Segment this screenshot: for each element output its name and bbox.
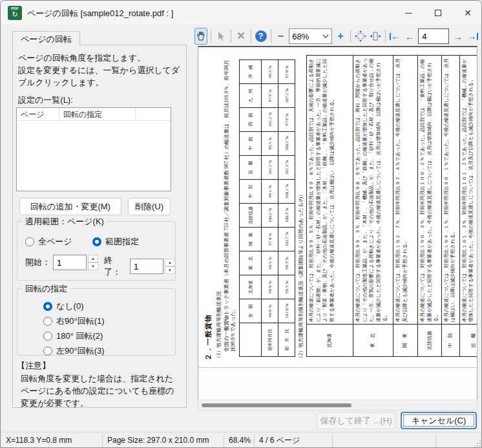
zoom-level-value: 68% bbox=[292, 32, 309, 41]
radio-rotation-right90-circle[interactable] bbox=[43, 317, 52, 326]
column-header-rotation[interactable]: 回転の指定 bbox=[59, 108, 136, 120]
doc-region-summary-table: 全 国北海道東 北関 東北陸信越中 部近 畿中 国四 国九 州沖 縄前年同月比9… bbox=[239, 59, 295, 357]
next-page-button[interactable]: → bbox=[451, 28, 464, 45]
doc-table-cell: 101.2 % bbox=[262, 108, 278, 132]
cancel-selection-button[interactable]: ✕ bbox=[235, 28, 247, 45]
doc-region-label: 北海道 bbox=[307, 325, 353, 357]
hand-tool-button[interactable] bbox=[194, 28, 207, 45]
doc-region-text: 本月の輸送については、対前月比１０４．１％、対前年同月比９６．１％であった。今後… bbox=[441, 56, 459, 325]
range-group: 適用範囲：ページ(K) 全ページ 範囲指定 開始： ▲ ▼ 終了： bbox=[17, 221, 176, 281]
doc-table-cell: 中 部 bbox=[240, 180, 262, 204]
preview-toolbar: ✕ ? − 68% + ← ← → bbox=[194, 27, 479, 45]
start-page-stepper[interactable]: ▲ ▼ bbox=[88, 255, 98, 270]
window-title: ページの回転 [sample012_rotate.pdf : ] bbox=[27, 8, 173, 19]
doc-paragraph: 全国の一般貨物トラック事業者（本月の回答事業者 753 社／調査対象事業者数 9… bbox=[224, 58, 236, 352]
radio-rotation-none[interactable]: なし(0) bbox=[43, 301, 84, 312]
zoom-in-button[interactable]: + bbox=[334, 28, 347, 45]
column-header-page[interactable]: ページ bbox=[17, 108, 59, 120]
stepper-up-icon[interactable]: ▲ bbox=[165, 259, 175, 266]
delete-button[interactable]: 削除(U) bbox=[128, 198, 171, 215]
stepper-down-icon[interactable]: ▼ bbox=[165, 266, 175, 274]
doc-table-cell: 北陸信越 bbox=[240, 204, 262, 228]
start-page-field: 開始： ▲ ▼ bbox=[25, 255, 98, 270]
doc-table-row: 北陸信越本月の輸送については、対前月比１００．３％、対前年同月比１００．２％であ… bbox=[418, 56, 442, 357]
horizontal-scrollbar[interactable] bbox=[198, 400, 477, 411]
doc-table-cell: 107.2 % bbox=[278, 84, 295, 108]
doc-table-cell: 前 月 比 bbox=[278, 323, 295, 357]
close-icon: ✕ bbox=[464, 8, 472, 17]
doc-table-cell: 98.8 % bbox=[262, 299, 278, 323]
doc-table-cell: 104.1 % bbox=[278, 180, 295, 204]
doc-table-cell: 四 国 bbox=[240, 108, 262, 132]
doc-subheading-1: （1）地方運輸局等別輸送状況 bbox=[215, 55, 222, 361]
doc-region-text: 本月の輸送については、対前月比１００．３％、対前年同月比１００．２％であった。品… bbox=[418, 56, 442, 325]
cancel-button[interactable]: キャンセル(C) bbox=[401, 412, 477, 429]
doc-region-detail-table: 北海道本月の輸送については、対前月比９９．５％、対前年同月比９９．８％であった。… bbox=[306, 55, 477, 357]
radio-rotation-none-circle[interactable] bbox=[43, 302, 52, 311]
radio-page-range-circle[interactable] bbox=[92, 237, 101, 246]
select-tool-button[interactable] bbox=[215, 28, 227, 45]
start-page-input[interactable] bbox=[53, 255, 87, 270]
doc-table-row: 北海道本月の輸送については、対前月比９９．５％、対前年同月比９９．８％であった。… bbox=[307, 56, 353, 357]
help-button[interactable]: ? bbox=[255, 28, 267, 45]
toolbar-separator bbox=[350, 30, 351, 43]
fit-page-button[interactable] bbox=[354, 28, 367, 45]
app-icon: PDF ↻ bbox=[8, 6, 22, 20]
radio-all-pages[interactable]: 全ページ bbox=[25, 236, 72, 248]
range-group-legend: 適用範囲：ページ(K) bbox=[23, 216, 107, 228]
end-page-input[interactable] bbox=[130, 259, 163, 274]
add-change-rotation-button[interactable]: 回転の追加・変更(M) bbox=[19, 198, 121, 215]
zoom-out-button[interactable]: − bbox=[274, 28, 287, 45]
minimize-button[interactable] bbox=[393, 1, 423, 25]
doc-table-cell bbox=[240, 323, 262, 357]
resize-grip[interactable] bbox=[474, 440, 481, 447]
doc-table-cell: 102.7 % bbox=[278, 228, 295, 251]
doc-region-label: 近 畿 bbox=[459, 325, 477, 357]
doc-table-cell: 97.9 % bbox=[278, 108, 295, 132]
doc-table-cell: 97.0 % bbox=[278, 60, 295, 84]
doc-table-cell: 前年同月比 bbox=[262, 323, 278, 357]
radio-all-pages-circle[interactable] bbox=[25, 237, 34, 246]
radio-page-range[interactable]: 範囲指定 bbox=[92, 236, 139, 248]
doc-table-cell: 96.5 % bbox=[262, 60, 278, 84]
radio-rotation-180-circle[interactable] bbox=[43, 332, 52, 341]
toolbar-separator bbox=[251, 30, 251, 43]
x-icon: ✕ bbox=[236, 31, 245, 41]
status-page-indicator: 4 / 6 ページ bbox=[254, 432, 332, 448]
first-page-icon: ← bbox=[390, 30, 401, 42]
maximize-button[interactable] bbox=[423, 1, 453, 25]
pdf-page-content-rotated: ２．一般貨物 （1）地方運輸局等別輸送状況 全国の一般貨物トラック事業者（本月の… bbox=[198, 50, 477, 367]
page-number-input[interactable] bbox=[418, 28, 449, 44]
save-and-exit-button[interactable]: 保存して終了 ...(H) bbox=[317, 412, 395, 429]
doc-table-cell: 97.4 % bbox=[262, 228, 278, 251]
pdf-preview-viewport[interactable]: ２．一般貨物 （1）地方運輸局等別輸送状況 全国の一般貨物トラック事業者（本月の… bbox=[198, 46, 477, 400]
doc-region-label: 中 部 bbox=[441, 325, 459, 357]
last-page-button[interactable]: → bbox=[466, 28, 479, 45]
horizontal-scrollbar-thumb[interactable] bbox=[202, 403, 351, 407]
column-header-empty bbox=[136, 108, 171, 120]
fit-width-button[interactable] bbox=[369, 28, 382, 45]
tab-page-rotation[interactable]: ページの回転 bbox=[12, 31, 80, 45]
stepper-down-icon[interactable]: ▼ bbox=[88, 262, 98, 270]
toolbar-separator bbox=[231, 30, 231, 43]
plus-icon: + bbox=[337, 31, 343, 41]
zoom-level-combobox[interactable]: 68% bbox=[289, 28, 332, 44]
note-title: 【注意】 bbox=[17, 360, 50, 372]
radio-rotation-180[interactable]: 180° 回転(2) bbox=[43, 330, 103, 342]
doc-table-cell: 101.0 % bbox=[278, 299, 295, 323]
settings-list-label: 設定の一覧(L): bbox=[18, 94, 73, 106]
end-page-stepper[interactable]: ▲ ▼ bbox=[165, 259, 175, 274]
doc-table-cell: 96.1 % bbox=[262, 180, 278, 204]
doc-region-text: 本月の輸送については、対前月比９９．３％、対前年同月比９８．５％であった。品目別… bbox=[353, 56, 393, 325]
radio-rotation-left90[interactable]: 左90°回転(3) bbox=[43, 345, 105, 357]
doc-region-text: 本月の輸送については、対前月比１０２．７％、対前年同月比９７．４％であった。今後… bbox=[393, 56, 418, 325]
settings-list[interactable]: ページ 回転の指定 bbox=[16, 107, 171, 191]
first-page-button[interactable]: ← bbox=[388, 28, 401, 45]
radio-rotation-right90[interactable]: 右90°回転(1) bbox=[43, 315, 105, 327]
stepper-up-icon[interactable]: ▲ bbox=[88, 255, 98, 262]
radio-rotation-left90-circle[interactable] bbox=[43, 347, 52, 356]
doc-table-row: 東 北本月の輸送については、対前月比９９．３％、対前年同月比９８．５％であった。… bbox=[353, 56, 393, 357]
previous-page-button[interactable]: ← bbox=[403, 28, 416, 45]
doc-table-cell: 全 国 bbox=[240, 299, 262, 323]
close-button[interactable]: ✕ bbox=[453, 1, 482, 25]
